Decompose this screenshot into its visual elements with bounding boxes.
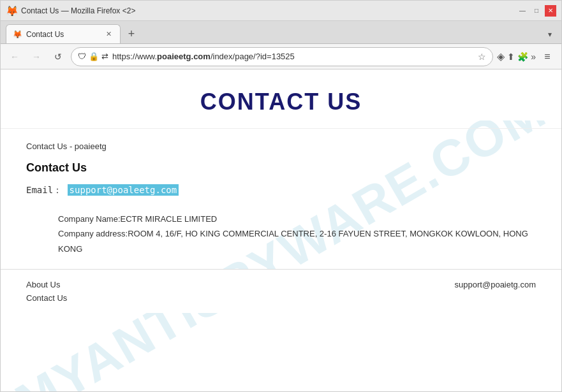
company-info: Company Name:ECTR MIRACLE LIMITED Compan…: [26, 212, 536, 256]
url-domain: poaieetg.com: [157, 52, 211, 61]
forward-button[interactable]: →: [27, 48, 45, 66]
firefox-logo-icon: 🦊: [6, 5, 17, 17]
menu-button[interactable]: ≡: [538, 48, 556, 66]
url-text: https://www.poaieetg.com/index/page/?id=…: [112, 52, 474, 61]
tracker-icon: ⇄: [101, 52, 108, 61]
maximize-button[interactable]: □: [531, 5, 542, 17]
back-icon: ←: [10, 52, 19, 62]
pocket-icon[interactable]: ◈: [497, 50, 505, 62]
back-button[interactable]: ←: [6, 48, 24, 66]
company-address-line: Company address:ROOM 4, 16/F, HO KING CO…: [58, 226, 536, 256]
more-tools-icon[interactable]: »: [531, 52, 536, 62]
active-tab[interactable]: 🦊 Contact Us ✕: [6, 24, 121, 43]
minimize-button[interactable]: —: [517, 5, 528, 17]
browser-window: 🦊 Contact Us — Mozilla Firefox <2> — □ ✕…: [0, 0, 562, 392]
company-address-value: ROOM 4, 16/F, HO KING COMMERCIAL CENTRE,…: [58, 229, 528, 253]
page-header: CONTACT US: [1, 69, 561, 129]
url-path: /index/page/?id=13525: [211, 52, 295, 61]
lock-icon: 🔒: [89, 52, 99, 61]
tab-close-button[interactable]: ✕: [103, 29, 114, 40]
new-tab-icon: +: [128, 27, 135, 41]
footer-about-link[interactable]: About Us: [26, 280, 67, 289]
tab-favicon-icon: 🦊: [13, 30, 22, 39]
page-title: CONTACT US: [1, 89, 561, 115]
new-tab-button[interactable]: +: [123, 25, 140, 42]
title-bar-left: 🦊 Contact Us — Mozilla Firefox <2>: [6, 5, 135, 17]
close-button[interactable]: ✕: [545, 5, 556, 17]
email-line: Email： support@poaleetg.com: [26, 185, 536, 196]
extensions-icon[interactable]: 🧩: [517, 52, 528, 62]
bookmark-star-icon[interactable]: ☆: [478, 52, 486, 62]
title-bar: 🦊 Contact Us — Mozilla Firefox <2> — □ ✕: [1, 1, 561, 21]
share-icon[interactable]: ⬆: [507, 52, 515, 62]
url-bar[interactable]: 🛡 🔒 ⇄ https://www.poaieetg.com/index/pag…: [71, 47, 493, 66]
window-title: Contact Us — Mozilla Firefox <2>: [21, 6, 135, 15]
company-name-value: ECTR MIRACLE LIMITED: [121, 214, 218, 224]
tab-dropdown-button[interactable]: ▾: [544, 28, 556, 41]
tab-bar: 🦊 Contact Us ✕ + ▾: [1, 21, 561, 44]
close-icon: ✕: [548, 7, 553, 14]
email-link[interactable]: support@poaleetg.com: [68, 184, 179, 196]
url-security-icons: 🛡 🔒 ⇄: [78, 52, 108, 61]
company-name-label: Company Name:: [58, 214, 121, 224]
company-address-label: Company address:: [58, 229, 128, 238]
shield-icon: 🛡: [78, 52, 86, 61]
maximize-icon: □: [535, 7, 538, 14]
footer-contact-link[interactable]: Contact Us: [26, 293, 67, 303]
main-content: CONTACT US Contact Us - poaieetg Contact…: [1, 69, 561, 391]
tab-label: Contact Us: [26, 30, 64, 39]
window-controls: — □ ✕: [517, 5, 556, 17]
nav-bar: ← → ↺ 🛡 🔒 ⇄ https://www.poaieetg.com/ind…: [1, 44, 561, 69]
page-footer: About Us Contact Us support@poaietg.com: [1, 269, 561, 313]
content-body: Contact Us - poaieetg Contact Us Email： …: [1, 129, 561, 269]
reload-icon: ↺: [54, 52, 62, 62]
reload-button[interactable]: ↺: [49, 48, 67, 66]
section-heading: Contact Us: [26, 161, 536, 175]
footer-links: About Us Contact Us: [26, 280, 67, 303]
email-label: Email：: [26, 185, 62, 195]
tab-right-spacer: ▾: [544, 28, 556, 41]
minimize-icon: —: [519, 7, 526, 14]
footer-support-email: support@poaietg.com: [455, 280, 536, 289]
company-name-line: Company Name:ECTR MIRACLE LIMITED: [58, 212, 536, 226]
nav-right-buttons: ◈ ⬆ 🧩 » ≡: [497, 48, 556, 66]
breadcrumb: Contact Us - poaieetg: [26, 142, 536, 151]
page-content: MYANTISPYWARE.COM CONTACT US Contact Us …: [1, 69, 561, 391]
forward-icon: →: [32, 52, 41, 62]
